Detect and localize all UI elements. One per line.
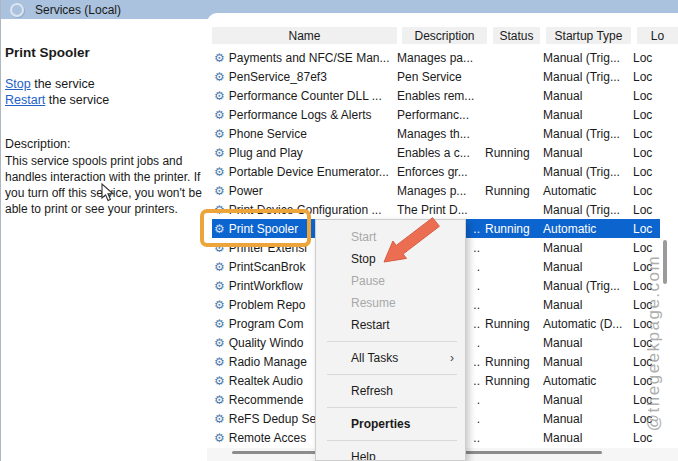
service-name-cell: ⚙Plug and Play bbox=[212, 146, 397, 160]
service-gear-icon: ⚙ bbox=[214, 90, 225, 102]
service-log-on-as: Loc bbox=[633, 298, 660, 312]
service-gear-icon: ⚙ bbox=[214, 394, 225, 406]
service-description-cell: Manages th... bbox=[397, 127, 485, 141]
service-log-on-as: Loc bbox=[633, 89, 660, 103]
restart-service-link[interactable]: Restart bbox=[5, 93, 45, 107]
service-name: PrintScanBrok bbox=[229, 260, 306, 274]
menu-item-refresh[interactable]: Refresh bbox=[316, 380, 465, 402]
column-header-name[interactable]: Name bbox=[212, 27, 397, 44]
service-gear-icon: ⚙ bbox=[214, 204, 225, 216]
service-description-cell: Pen Service bbox=[397, 70, 485, 84]
service-gear-icon: ⚙ bbox=[214, 128, 225, 140]
service-log-on-as: Loc bbox=[633, 431, 660, 445]
service-log-on-as: Loc bbox=[633, 412, 660, 426]
service-name: Payments and NFC/SE Man... bbox=[229, 51, 390, 65]
menu-item-resume[interactable]: Resume bbox=[316, 292, 465, 314]
service-startup-type: Manual bbox=[543, 412, 633, 426]
service-name: Print Device Configuration ... bbox=[229, 203, 382, 217]
service-name: PenService_87ef3 bbox=[229, 70, 327, 84]
service-status: Running bbox=[485, 146, 543, 160]
service-name: Performance Logs & Alerts bbox=[229, 108, 372, 122]
service-log-on-as: Loc bbox=[633, 222, 660, 236]
stop-service-link[interactable]: Stop bbox=[5, 77, 31, 91]
context-menu: StartStopPauseResumeRestartAll Tasks›Ref… bbox=[315, 219, 466, 461]
service-startup-type: Manual bbox=[543, 298, 633, 312]
service-name-cell: ⚙Payments and NFC/SE Man... bbox=[212, 51, 397, 65]
menu-item-label: All Tasks bbox=[351, 351, 398, 365]
column-header-startup-type[interactable]: Startup Type bbox=[546, 27, 631, 44]
table-row[interactable]: ⚙Performance Logs & AlertsPerformanc...M… bbox=[212, 105, 660, 124]
menu-item-properties[interactable]: Properties bbox=[316, 413, 465, 435]
service-log-on-as: Loc bbox=[633, 355, 660, 369]
service-description-tail: .. bbox=[473, 298, 480, 312]
service-startup-type: Manual (Trig... bbox=[543, 279, 633, 293]
menu-item-label: Refresh bbox=[351, 384, 393, 398]
vertical-scrollbar-thumb[interactable] bbox=[663, 240, 667, 284]
table-row[interactable]: ⚙Payments and NFC/SE Man...Manages pa...… bbox=[212, 48, 660, 67]
table-row[interactable]: ⚙Print Device Configuration ...The Print… bbox=[212, 200, 660, 219]
service-log-on-as: Loc bbox=[633, 51, 660, 65]
column-header-description[interactable]: Description bbox=[402, 27, 487, 44]
description-text: This service spools print jobs and handl… bbox=[5, 153, 211, 217]
service-log-on-as: Loc bbox=[633, 260, 660, 274]
description-label: Description: bbox=[5, 137, 70, 151]
tab-services-local[interactable]: Services (Local) bbox=[6, 0, 121, 19]
menu-item-pause[interactable]: Pause bbox=[316, 270, 465, 292]
menu-item-stop[interactable]: Stop bbox=[316, 248, 465, 270]
service-name: Radio Manage bbox=[229, 355, 307, 369]
service-log-on-as: Loc bbox=[633, 146, 660, 160]
table-row[interactable]: ⚙Performance Counter DLL ...Enables rem.… bbox=[212, 86, 660, 105]
menu-item-label: Restart bbox=[351, 318, 390, 332]
column-header-log-on-as[interactable]: Lo bbox=[637, 27, 678, 44]
service-name-cell: ⚙PenService_87ef3 bbox=[212, 70, 397, 84]
service-gear-icon: ⚙ bbox=[214, 109, 225, 121]
restart-service-text: the service bbox=[45, 93, 109, 107]
service-description-tail: . bbox=[477, 260, 480, 274]
stop-service-line: Stop the service bbox=[5, 77, 109, 93]
service-log-on-as: Loc bbox=[633, 374, 660, 388]
service-description-tail: .. bbox=[473, 241, 480, 255]
menu-item-start[interactable]: Start bbox=[316, 226, 465, 248]
service-log-on-as: Loc bbox=[633, 336, 660, 350]
service-description-cell: Manages p... bbox=[397, 184, 485, 198]
service-description-tail: .. bbox=[473, 317, 480, 331]
table-row[interactable]: ⚙PenService_87ef3Pen ServiceManual (Trig… bbox=[212, 67, 660, 86]
submenu-chevron-icon: › bbox=[450, 351, 454, 365]
service-gear-icon: ⚙ bbox=[214, 223, 225, 235]
window-edge bbox=[0, 0, 1, 461]
service-gear-icon: ⚙ bbox=[214, 337, 225, 349]
service-log-on-as: Loc bbox=[633, 279, 660, 293]
service-description: Performanc... bbox=[397, 108, 469, 122]
service-log-on-as: Loc bbox=[633, 241, 660, 255]
menu-separator bbox=[327, 374, 457, 375]
table-row[interactable]: ⚙Portable Device Enumerator...Enforces g… bbox=[212, 162, 660, 181]
service-startup-type: Manual bbox=[543, 355, 633, 369]
table-row[interactable]: ⚙Plug and PlayEnables a c...RunningManua… bbox=[212, 143, 660, 162]
service-status: Running bbox=[485, 184, 543, 198]
service-status: Running bbox=[485, 355, 543, 369]
stop-service-text: the service bbox=[31, 77, 95, 91]
menu-item-restart[interactable]: Restart bbox=[316, 314, 465, 336]
menu-item-label: Pause bbox=[351, 274, 385, 288]
service-name: Plug and Play bbox=[229, 146, 303, 160]
menu-item-label: Help bbox=[351, 450, 376, 461]
service-startup-type: Manual (Trig... bbox=[543, 127, 633, 141]
menu-item-all-tasks[interactable]: All Tasks› bbox=[316, 347, 465, 369]
service-description: The Print D... bbox=[397, 203, 468, 217]
table-row[interactable]: ⚙Phone ServiceManages th...Manual (Trig.… bbox=[212, 124, 660, 143]
service-gear-icon: ⚙ bbox=[214, 185, 225, 197]
service-name: ReFS Dedup Se bbox=[229, 412, 316, 426]
service-startup-type: Manual bbox=[543, 241, 633, 255]
service-description-cell: The Print D... bbox=[397, 203, 485, 217]
column-header-status[interactable]: Status bbox=[493, 27, 540, 44]
service-description: Pen Service bbox=[397, 70, 462, 84]
service-gear-icon: ⚙ bbox=[214, 71, 225, 83]
service-name-cell: ⚙Phone Service bbox=[212, 127, 397, 141]
service-gear-icon: ⚙ bbox=[214, 166, 225, 178]
service-name-cell: ⚙Print Device Configuration ... bbox=[212, 203, 397, 217]
service-startup-type: Manual (Trig... bbox=[543, 51, 633, 65]
menu-item-help[interactable]: Help bbox=[316, 446, 465, 461]
table-row[interactable]: ⚙PowerManages p...RunningAutomaticLoc bbox=[212, 181, 660, 200]
service-startup-type: Manual (Trig... bbox=[543, 203, 633, 217]
service-name: Problem Repo bbox=[229, 298, 306, 312]
